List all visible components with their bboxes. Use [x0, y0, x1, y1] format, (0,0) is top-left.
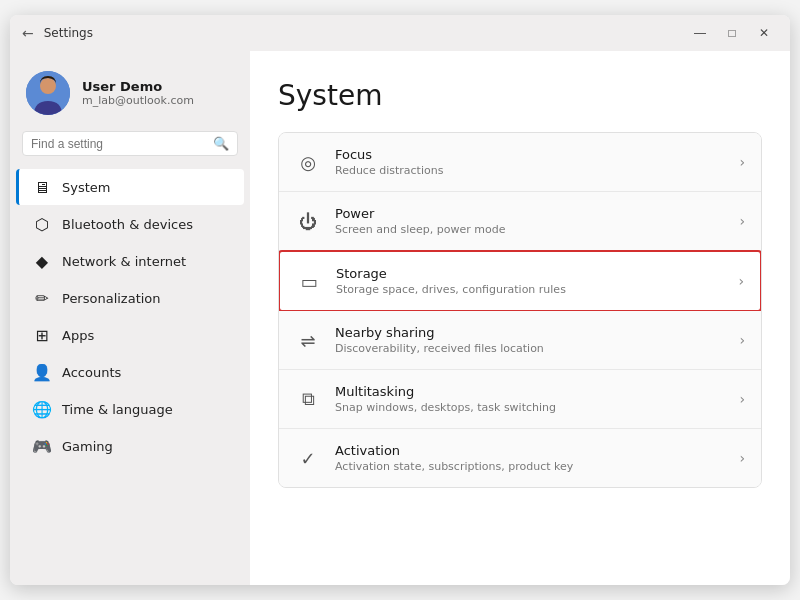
setting-label-power: Power [335, 206, 725, 221]
nav-icon-network: ◆ [32, 251, 52, 271]
setting-text-focus: Focus Reduce distractions [335, 147, 725, 177]
sidebar-item-apps[interactable]: ⊞ Apps [16, 317, 244, 353]
setting-label-activation: Activation [335, 443, 725, 458]
setting-icon-power: ⏻ [295, 208, 321, 234]
setting-desc-power: Screen and sleep, power mode [335, 223, 725, 236]
setting-desc-activation: Activation state, subscriptions, product… [335, 460, 725, 473]
setting-desc-multitasking: Snap windows, desktops, task switching [335, 401, 725, 414]
chevron-icon-power: › [739, 213, 745, 229]
user-section: User Demo m_lab@outlook.com [10, 63, 250, 131]
chevron-icon-nearby-sharing: › [739, 332, 745, 348]
nav-label-system: System [62, 180, 110, 195]
nav-icon-time: 🌐 [32, 399, 52, 419]
settings-window: ← Settings — □ ✕ [10, 15, 790, 585]
title-bar: ← Settings — □ ✕ [10, 15, 790, 51]
sidebar-item-accounts[interactable]: 👤 Accounts [16, 354, 244, 390]
setting-text-nearby-sharing: Nearby sharing Discoverability, received… [335, 325, 725, 355]
search-box[interactable]: 🔍 [22, 131, 238, 156]
setting-icon-multitasking: ⧉ [295, 386, 321, 412]
sidebar-item-system[interactable]: 🖥 System [16, 169, 244, 205]
sidebar-item-gaming[interactable]: 🎮 Gaming [16, 428, 244, 464]
sidebar-item-personalization[interactable]: ✏ Personalization [16, 280, 244, 316]
minimize-button[interactable]: — [686, 23, 714, 43]
window-title: Settings [44, 26, 686, 40]
setting-icon-nearby-sharing: ⇌ [295, 327, 321, 353]
nav-icon-accounts: 👤 [32, 362, 52, 382]
user-email: m_lab@outlook.com [82, 94, 194, 107]
nav-label-accounts: Accounts [62, 365, 121, 380]
maximize-button[interactable]: □ [718, 23, 746, 43]
back-button[interactable]: ← [22, 25, 34, 41]
avatar[interactable] [26, 71, 70, 115]
setting-label-focus: Focus [335, 147, 725, 162]
settings-item-activation[interactable]: ✓ Activation Activation state, subscript… [279, 429, 761, 487]
nav-list: 🖥 System ⬡ Bluetooth & devices ◆ Network… [10, 168, 250, 465]
settings-list: ◎ Focus Reduce distractions › ⏻ Power Sc… [278, 132, 762, 488]
nav-label-gaming: Gaming [62, 439, 113, 454]
nav-icon-system: 🖥 [32, 177, 52, 197]
settings-item-power[interactable]: ⏻ Power Screen and sleep, power mode › [279, 192, 761, 251]
nav-label-apps: Apps [62, 328, 94, 343]
user-name: User Demo [82, 79, 194, 94]
settings-item-multitasking[interactable]: ⧉ Multitasking Snap windows, desktops, t… [279, 370, 761, 429]
sidebar-item-time[interactable]: 🌐 Time & language [16, 391, 244, 427]
setting-desc-focus: Reduce distractions [335, 164, 725, 177]
sidebar-item-bluetooth[interactable]: ⬡ Bluetooth & devices [16, 206, 244, 242]
nav-label-time: Time & language [62, 402, 173, 417]
nav-label-bluetooth: Bluetooth & devices [62, 217, 193, 232]
setting-label-storage: Storage [336, 266, 724, 281]
search-icon: 🔍 [213, 136, 229, 151]
setting-text-multitasking: Multitasking Snap windows, desktops, tas… [335, 384, 725, 414]
settings-item-focus[interactable]: ◎ Focus Reduce distractions › [279, 133, 761, 192]
main-layout: User Demo m_lab@outlook.com 🔍 🖥 System ⬡… [10, 51, 790, 585]
setting-text-activation: Activation Activation state, subscriptio… [335, 443, 725, 473]
close-button[interactable]: ✕ [750, 23, 778, 43]
setting-label-nearby-sharing: Nearby sharing [335, 325, 725, 340]
setting-icon-activation: ✓ [295, 445, 321, 471]
search-input[interactable] [31, 137, 207, 151]
nav-icon-apps: ⊞ [32, 325, 52, 345]
nav-label-network: Network & internet [62, 254, 186, 269]
nav-icon-personalization: ✏ [32, 288, 52, 308]
nav-label-personalization: Personalization [62, 291, 161, 306]
window-controls: — □ ✕ [686, 23, 778, 43]
nav-icon-bluetooth: ⬡ [32, 214, 52, 234]
content-area: System ◎ Focus Reduce distractions › ⏻ P… [250, 51, 790, 585]
chevron-icon-multitasking: › [739, 391, 745, 407]
sidebar: User Demo m_lab@outlook.com 🔍 🖥 System ⬡… [10, 51, 250, 585]
setting-icon-focus: ◎ [295, 149, 321, 175]
settings-item-storage[interactable]: ▭ Storage Storage space, drives, configu… [278, 250, 762, 312]
sidebar-item-network[interactable]: ◆ Network & internet [16, 243, 244, 279]
setting-label-multitasking: Multitasking [335, 384, 725, 399]
settings-item-nearby-sharing[interactable]: ⇌ Nearby sharing Discoverability, receiv… [279, 311, 761, 370]
setting-text-power: Power Screen and sleep, power mode [335, 206, 725, 236]
setting-desc-nearby-sharing: Discoverability, received files location [335, 342, 725, 355]
user-info: User Demo m_lab@outlook.com [82, 79, 194, 107]
chevron-icon-activation: › [739, 450, 745, 466]
setting-icon-storage: ▭ [296, 268, 322, 294]
chevron-icon-focus: › [739, 154, 745, 170]
page-title: System [278, 79, 762, 112]
setting-desc-storage: Storage space, drives, configuration rul… [336, 283, 724, 296]
nav-icon-gaming: 🎮 [32, 436, 52, 456]
chevron-icon-storage: › [738, 273, 744, 289]
setting-text-storage: Storage Storage space, drives, configura… [336, 266, 724, 296]
svg-point-1 [40, 78, 56, 94]
